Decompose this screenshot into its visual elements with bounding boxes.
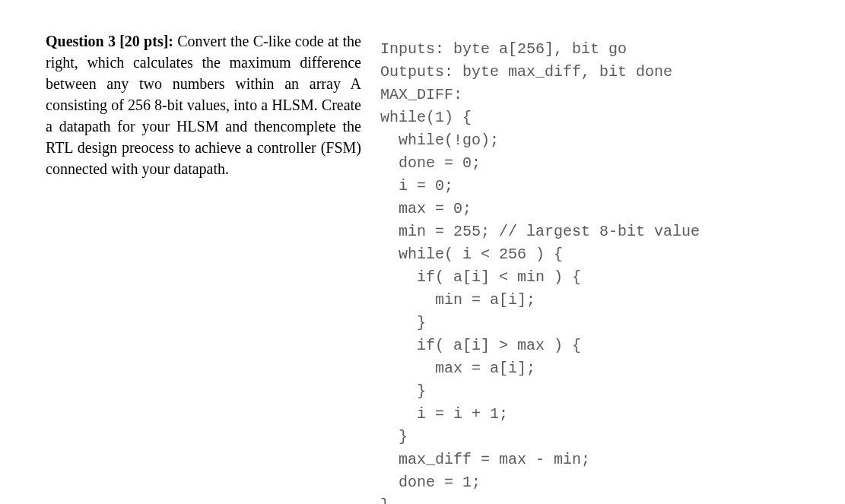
code-line: max = a[i]; [380,360,535,377]
code-column: Inputs: byte a[256], bit go Outputs: byt… [380,15,815,489]
code-line: } [380,314,426,331]
code-line: MAX_DIFF: [380,86,462,103]
code-line: min = 255; // largest 8-bit value [380,223,700,240]
question-column: Question 3 [20 pts]: Convert the C-like … [46,15,380,489]
code-line: while(!go); [380,132,499,149]
question-body: Convert the C-like code at the right, wh… [46,33,361,177]
code-line: if( a[i] < min ) { [380,268,581,286]
code-line: i = 0; [380,177,453,195]
code-line: Outputs: byte max_diff, bit done [380,63,672,81]
code-line: } [380,496,389,504]
code-line: } [380,382,426,400]
code-line: if( a[i] > max ) { [380,337,581,354]
question-paragraph: Question 3 [20 pts]: Convert the C-like … [46,30,361,179]
code-line: done = 1; [380,474,481,491]
code-line: while(1) { [380,109,472,126]
code-line: } [380,428,408,445]
page-container: Question 3 [20 pts]: Convert the C-like … [0,0,845,504]
code-line: min = a[i]; [380,291,535,309]
code-line: while( i < 256 ) { [380,246,563,263]
question-label: Question 3 [20 pts]: [46,33,173,49]
code-line: max_diff = max - min; [380,451,590,468]
code-line: i = i + 1; [380,405,508,423]
code-line: done = 0; [380,154,481,172]
code-line: max = 0; [380,200,472,217]
code-line: Inputs: byte a[256], bit go [380,40,627,58]
